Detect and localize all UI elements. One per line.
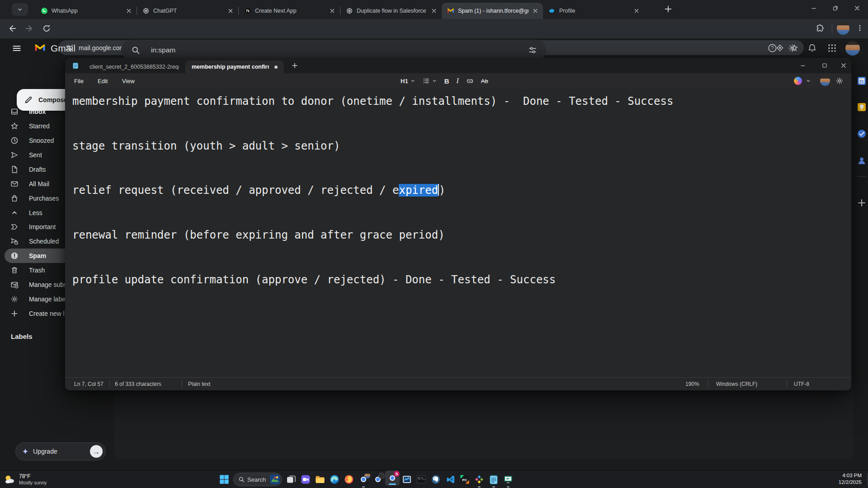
window-maximize-button[interactable] — [825, 0, 846, 16]
new-tab-button[interactable] — [664, 5, 673, 14]
tab-search-button[interactable] — [12, 3, 28, 16]
status-document-mode[interactable]: Plain text — [188, 378, 210, 390]
taskbar-app-terminal[interactable]: C:\_ — [414, 470, 429, 488]
notepad-maximize-icon[interactable] — [815, 61, 835, 70]
editor-line[interactable]: renewal reminder (before expiring and af… — [72, 228, 673, 243]
search-icon[interactable] — [131, 46, 140, 55]
window-close-button[interactable] — [847, 0, 868, 16]
sidebar-item-label: Starred — [29, 122, 50, 130]
taskbar-app-file-explorer[interactable] — [313, 470, 327, 488]
tab-close-icon[interactable] — [633, 8, 640, 14]
notepad-tab-title: membership payment confirmation — [192, 64, 269, 70]
reload-icon[interactable] — [42, 23, 52, 33]
taskbar-weather-widget[interactable]: 78°F Mostly sunny — [4, 470, 47, 488]
browser-tab[interactable]: Create Next App — [239, 3, 340, 19]
editor-line[interactable] — [72, 198, 673, 213]
menu-view[interactable]: View — [119, 73, 137, 89]
notepad-editor[interactable]: membership payment confirmation to donor… — [65, 89, 851, 377]
gmail-account-avatar[interactable] — [845, 41, 860, 56]
list-style-button[interactable] — [423, 77, 437, 84]
taskbar-app-chrome-spam-window[interactable]: S — [385, 470, 400, 486]
editor-line[interactable] — [72, 109, 673, 124]
extensions-puzzle-icon[interactable] — [816, 24, 825, 33]
window-minimize-button[interactable] — [803, 0, 824, 16]
upgrade-button[interactable]: Upgrade → — [15, 442, 106, 460]
editor-line[interactable] — [72, 124, 673, 139]
google-apps-grid-icon[interactable] — [827, 43, 837, 53]
notepad-tab-bar: client_secret_2_60053885332-2reqe52rribm… — [65, 58, 851, 73]
favicon-whatsapp-icon — [41, 7, 48, 14]
taskbar-app-pinwheel-app[interactable] — [472, 470, 486, 488]
editor-line[interactable]: membership payment confirmation to donor… — [72, 94, 673, 109]
heading-style-button[interactable]: H1 — [401, 78, 415, 84]
search-filter-icon[interactable] — [528, 46, 537, 55]
hamburger-menu-icon[interactable] — [12, 43, 22, 53]
editor-line[interactable]: stage transition (youth > adult > senior… — [72, 139, 673, 154]
forward-icon[interactable] — [24, 23, 34, 33]
plus-icon[interactable] — [857, 198, 867, 208]
browser-tab[interactable]: Spam (1) - ishann.tforce@gmai — [442, 3, 543, 19]
taskbar-app-task-manager[interactable] — [400, 470, 414, 488]
tab-close-icon[interactable] — [126, 8, 132, 14]
tab-close-icon[interactable] — [329, 8, 335, 14]
clear-format-button[interactable]: Ab — [481, 78, 488, 84]
start-button[interactable] — [217, 470, 231, 488]
editor-line[interactable] — [72, 258, 673, 272]
contacts-icon[interactable] — [857, 156, 867, 166]
status-zoom-level[interactable]: 190% — [685, 378, 699, 390]
notepad-tab[interactable]: client_secret_2_60053885332-2reqe52rrib — [83, 61, 185, 73]
bold-button[interactable]: B — [444, 77, 449, 85]
browser-tab[interactable]: Profile — [543, 3, 644, 19]
menu-edit[interactable]: Edit — [95, 73, 110, 89]
gmail-search-query[interactable]: in:spam — [151, 46, 175, 54]
taskbar-app-edge[interactable] — [327, 470, 342, 488]
taskbar-search[interactable]: Search — [233, 473, 282, 486]
taskbar-app-chrome-profile-2[interactable] — [371, 470, 385, 488]
browser-profile-avatar[interactable] — [837, 22, 849, 35]
help-icon[interactable]: ? — [768, 43, 777, 53]
menu-file[interactable]: File — [71, 73, 86, 89]
editor-line[interactable] — [72, 154, 673, 169]
keep-icon[interactable] — [857, 102, 867, 112]
browser-tab[interactable]: ChatGPT — [137, 3, 238, 19]
clock-icon — [0, 136, 29, 145]
browser-menu-kebab-icon[interactable] — [856, 24, 864, 32]
taskbar-app-video-app[interactable] — [298, 470, 313, 488]
editor-line[interactable]: relief request (received / approved / re… — [72, 183, 673, 198]
sidebar-item-label: Trash — [29, 267, 45, 274]
taskbar-app-postgresql[interactable] — [429, 470, 443, 488]
taskbar-app-notepad[interactable] — [486, 470, 501, 488]
taskbar-app-pycharm[interactable]: PC — [458, 470, 472, 488]
back-icon[interactable] — [7, 23, 17, 33]
notepad-tab[interactable]: membership payment confirmation — [185, 61, 284, 73]
tab-close-icon[interactable] — [227, 8, 234, 14]
chevron-down-icon[interactable] — [806, 78, 811, 84]
tasks-icon[interactable] — [857, 129, 867, 139]
notepad-close-icon[interactable] — [834, 61, 854, 70]
calendar-icon[interactable]: 31 — [857, 76, 867, 86]
notifications-bell-icon[interactable] — [807, 43, 817, 53]
notepad-account-avatar[interactable] — [820, 76, 830, 86]
editor-line[interactable] — [72, 168, 673, 183]
taskbar-app-taskpro[interactable] — [501, 470, 515, 488]
link-icon[interactable] — [466, 77, 474, 85]
taskbar-app-firefox[interactable] — [342, 470, 356, 488]
taskbar-app-vscode[interactable] — [443, 470, 458, 488]
editor-line[interactable] — [72, 243, 673, 258]
svg-text:PC: PC — [462, 478, 467, 482]
settings-gear-icon[interactable] — [788, 43, 797, 53]
notepad-new-tab-icon[interactable] — [291, 62, 298, 69]
editor-line[interactable] — [72, 213, 673, 228]
notepad-minimize-icon[interactable] — [793, 61, 813, 70]
taskbar-clock[interactable]: 4:03 PM 12/2/2025 — [839, 472, 862, 486]
tab-close-icon[interactable] — [431, 8, 437, 14]
copilot-icon[interactable] — [794, 77, 802, 85]
editor-line[interactable]: profile update confirmation (approve / r… — [72, 272, 673, 287]
italic-button[interactable]: I — [456, 77, 458, 85]
browser-tab[interactable]: Duplicate flow in Salesforce — [340, 3, 442, 19]
notepad-settings-gear-icon[interactable] — [835, 77, 844, 85]
taskbar-app-chrome-profile-1[interactable] — [356, 470, 371, 488]
taskbar-app-task-view[interactable] — [284, 470, 298, 488]
tab-close-icon[interactable] — [532, 8, 538, 14]
browser-tab[interactable]: WhatsApp — [35, 3, 137, 19]
